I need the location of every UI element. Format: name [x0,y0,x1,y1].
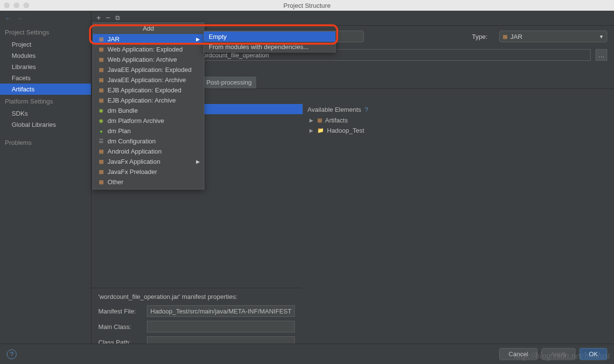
menu-item-dm-bundle[interactable]: ◉dm Bundle [93,105,204,116]
window-controls [4,2,29,8]
available-item-hadoop-test[interactable]: ▶ 📁 Hadoop_Test [307,125,607,136]
menu-item-javaee-archive[interactable]: ▦JavaEE Application: Archive [93,75,204,85]
javafx-icon: ▦ [98,169,105,175]
submenu-item-empty[interactable]: Empty [204,32,335,42]
war-icon: ▦ [98,56,105,63]
type-label: Type: [472,33,494,40]
available-header: Available Elements [307,106,361,113]
ejb-icon: ▦ [98,87,105,94]
manifest-file-input[interactable] [147,305,295,317]
menu-item-dm-plan[interactable]: ●dm Plan [93,126,204,136]
module-icon: 📁 [317,127,324,134]
menu-item-android-application[interactable]: ▦Android Application [93,146,204,156]
sidebar: ← → Project Settings Project Modules Lib… [0,11,91,354]
menu-item-web-archive[interactable]: ▦Web Application: Archive [93,54,204,65]
add-artifact-popup: Add ▦ JAR ▶ ▦Web Application: Exploded ▦… [92,22,204,190]
plan-icon: ● [98,128,105,135]
main-class-label: Main Class: [98,323,142,330]
expand-arrow-icon[interactable]: ▶ [309,118,314,123]
popup-header: Add [93,23,204,34]
window-title: Project Structure [284,2,331,9]
ear-icon: ▦ [98,67,105,73]
section-project-settings: Project Settings [0,26,91,39]
menu-item-dm-configuration[interactable]: ☰dm Configuration [93,136,204,146]
menu-item-jar[interactable]: ▦ JAR ▶ [93,34,204,44]
add-icon[interactable]: + [96,14,101,22]
apply-button[interactable]: Apply [542,348,576,360]
submenu-arrow-icon: ▶ [196,36,200,42]
available-item-artifacts[interactable]: ▶ ▦ Artifacts [307,115,607,125]
menu-item-other[interactable]: ▦Other [93,177,204,187]
maximize-window-icon[interactable] [23,2,29,8]
menu-item-ejb-exploded[interactable]: ▦EJB Application: Exploded [93,85,204,95]
main-class-input[interactable] [147,321,295,332]
ear-icon: ▦ [98,77,105,84]
artifacts-icon: ▦ [317,117,322,123]
manifest-title: 'wordcount_file_operation.jar' manifest … [98,293,295,303]
config-icon: ☰ [98,138,105,145]
remove-icon[interactable]: − [106,14,110,22]
other-icon: ▦ [98,179,105,186]
war-icon: ▦ [98,46,105,53]
android-icon: ▦ [98,148,105,155]
available-hadoop-label: Hadoop_Test [327,127,364,134]
menu-item-dm-platform-archive[interactable]: ◉dm Platform Archive [93,116,204,126]
type-select[interactable]: ▦ JAR ▼ [499,31,607,42]
expand-arrow-icon[interactable]: ▶ [309,128,314,133]
sidebar-item-problems[interactable]: Problems [0,136,91,149]
ok-button[interactable]: OK [579,348,607,360]
ejb-icon: ▦ [98,97,105,104]
manifest-file-label: Manifest File: [98,308,142,315]
sidebar-item-artifacts[interactable]: Artifacts [0,84,91,95]
available-help-link[interactable]: ? [365,106,368,113]
sidebar-item-sdks[interactable]: SDKs [0,108,91,119]
submenu-item-from-modules[interactable]: From modules with dependencies... [204,42,335,52]
platform-icon: ◉ [98,118,105,124]
minimize-window-icon[interactable] [14,2,19,8]
submenu-arrow-icon: ▶ [196,159,200,164]
available-artifacts-label: Artifacts [325,117,348,124]
menu-item-javafx-application[interactable]: ▦JavaFx Application▶ [93,156,204,167]
section-platform-settings: Platform Settings [0,95,91,108]
type-value: JAR [510,33,523,40]
sidebar-item-project[interactable]: Project [0,39,91,50]
menu-item-javafx-preloader[interactable]: ▦JavaFx Preloader [93,167,204,177]
browse-button[interactable]: … [596,49,607,61]
jar-submenu: Empty From modules with dependencies... [203,31,336,52]
menu-item-web-exploded[interactable]: ▦Web Application: Exploded [93,44,204,54]
chevron-down-icon: ▼ [599,34,604,39]
cancel-button[interactable]: Cancel [499,348,537,360]
javafx-icon: ▦ [98,158,105,165]
forward-arrow-icon[interactable]: → [16,15,22,22]
sidebar-item-facets[interactable]: Facets [0,72,91,84]
menu-item-ejb-archive[interactable]: ▦EJB Application: Archive [93,95,204,105]
sidebar-item-modules[interactable]: Modules [0,50,91,61]
copy-icon[interactable]: ⧉ [115,14,120,22]
sidebar-item-libraries[interactable]: Libraries [0,61,91,72]
bottom-bar: ? Cancel Apply OK [0,344,614,364]
bundle-icon: ◉ [98,107,105,114]
available-elements-panel: Available Elements ? ▶ ▦ Artifacts ▶ 📁 H… [307,104,607,284]
tab-post-processing[interactable]: Post-processing [201,76,257,88]
menu-item-javaee-exploded[interactable]: ▦JavaEE Application: Exploded [93,65,204,75]
titlebar: Project Structure [0,0,614,11]
close-window-icon[interactable] [4,2,10,8]
jar-icon: ▦ [98,36,105,43]
back-arrow-icon[interactable]: ← [5,15,11,22]
sidebar-item-global-libraries[interactable]: Global Libraries [0,119,91,130]
jar-icon: ▦ [503,34,507,40]
help-icon[interactable]: ? [7,349,17,359]
